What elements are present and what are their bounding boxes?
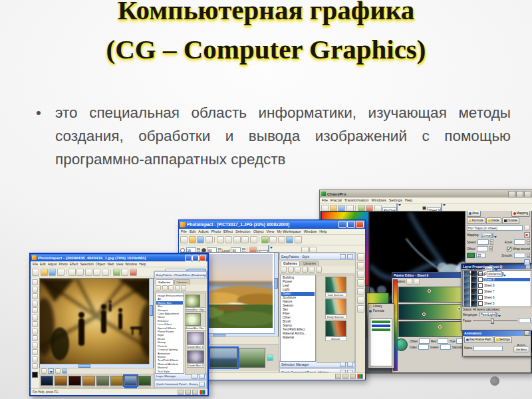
menu-item[interactable]: Window bbox=[304, 229, 317, 233]
redo-icon[interactable] bbox=[102, 269, 109, 276]
index-field[interactable] bbox=[418, 344, 429, 350]
tab-key-frame-path[interactable]: Key Frame Path bbox=[464, 336, 493, 343]
layer-row[interactable]: Sheet 5 bbox=[463, 301, 531, 307]
tab-libraries[interactable]: Libraries bbox=[174, 279, 191, 285]
trap-coloring-combobox[interactable]: distance bbox=[487, 272, 530, 276]
menu-item[interactable]: Selection bbox=[235, 229, 251, 233]
chaospro-title-bar[interactable]: ChaosPro bbox=[320, 190, 532, 198]
style-thumbnail[interactable]: Sunset bbox=[325, 321, 346, 341]
print-icon[interactable] bbox=[205, 236, 213, 243]
layer-manager-bar[interactable]: Layer Manager bbox=[156, 374, 176, 378]
open-icon[interactable] bbox=[41, 269, 48, 276]
folder-icon[interactable] bbox=[156, 285, 161, 291]
library-button[interactable]: Library bbox=[373, 305, 382, 308]
folder-icon[interactable] bbox=[281, 267, 287, 273]
layer-row[interactable]: Sheet 8 bbox=[463, 283, 531, 289]
tag-icon[interactable] bbox=[295, 267, 301, 273]
menu-item[interactable]: Windows bbox=[371, 198, 386, 202]
capture-icon[interactable] bbox=[121, 269, 128, 276]
filmstrip-thumbnail-selected[interactable] bbox=[209, 348, 237, 368]
duplicate-icon[interactable] bbox=[269, 236, 277, 243]
factor-field[interactable] bbox=[519, 318, 531, 323]
tab-formula[interactable]: Formula bbox=[467, 217, 485, 224]
style-thumbnail[interactable]: Late Sunrise bbox=[325, 277, 346, 297]
effect-thumbnail[interactable]: MotionBlur Obje... bbox=[185, 295, 206, 312]
panel-icon[interactable] bbox=[357, 279, 364, 287]
mergetype-combobox[interactable]: PassLight bbox=[479, 313, 510, 317]
effect-thumbnail[interactable]: Zoom Blur 1 bbox=[187, 332, 205, 349]
filmstrip-thumbnail[interactable] bbox=[55, 376, 67, 389]
zoom-tool-icon[interactable] bbox=[32, 356, 38, 362]
menu-item[interactable]: Web bbox=[107, 262, 114, 266]
help-icon[interactable] bbox=[524, 259, 530, 265]
panel-icon[interactable] bbox=[357, 297, 364, 304]
menu-item[interactable]: Photo bbox=[59, 262, 68, 266]
gradient-tool-icon[interactable] bbox=[406, 279, 412, 285]
minimize-button[interactable] bbox=[508, 191, 515, 198]
maximize-icon[interactable] bbox=[192, 374, 198, 379]
trap-formula-field[interactable]: Hot Traps (in sheet) bbox=[467, 225, 523, 231]
factor-slider[interactable] bbox=[473, 321, 517, 321]
filmstrip-thumbnail[interactable] bbox=[41, 376, 53, 389]
save-icon[interactable] bbox=[49, 269, 56, 276]
panel-icon[interactable] bbox=[357, 288, 364, 295]
maximize-button[interactable] bbox=[192, 255, 199, 261]
text-tool-icon[interactable] bbox=[32, 315, 38, 321]
search-icon[interactable] bbox=[175, 285, 180, 291]
paste-icon[interactable] bbox=[233, 236, 241, 243]
new-icon[interactable] bbox=[180, 236, 188, 243]
chevron-down-icon[interactable] bbox=[48, 368, 54, 374]
tag-icon[interactable] bbox=[168, 285, 174, 291]
maximize-icon[interactable] bbox=[199, 382, 205, 387]
layer-row[interactable]: Sheet 6 bbox=[463, 295, 531, 301]
search-icon[interactable] bbox=[309, 267, 315, 273]
tab-libraries[interactable]: Libraries bbox=[301, 261, 319, 266]
cut-icon[interactable] bbox=[68, 269, 76, 276]
print-icon[interactable] bbox=[57, 269, 65, 276]
browse-icon[interactable] bbox=[113, 269, 120, 276]
green-field[interactable] bbox=[440, 344, 451, 350]
filmstrip-thumbnail[interactable] bbox=[239, 348, 265, 368]
menu-item[interactable]: View bbox=[116, 262, 124, 266]
selection-manager-bar[interactable]: Selection Manager bbox=[281, 362, 309, 366]
speed-field[interactable] bbox=[477, 239, 489, 245]
offset-field[interactable] bbox=[477, 246, 488, 251]
menu-item[interactable]: Selection bbox=[80, 262, 94, 266]
color-mode-icon[interactable] bbox=[200, 390, 205, 395]
eraser-tool-icon[interactable] bbox=[32, 335, 38, 341]
copy-icon[interactable] bbox=[76, 269, 84, 276]
sort-icon[interactable] bbox=[55, 368, 61, 374]
status-icon[interactable] bbox=[335, 374, 341, 379]
panel-icon[interactable] bbox=[357, 305, 364, 313]
browse-icon[interactable] bbox=[261, 236, 269, 243]
fill-tool-icon[interactable] bbox=[32, 342, 38, 348]
panel-icon[interactable] bbox=[357, 253, 364, 261]
copy-icon[interactable] bbox=[181, 285, 186, 291]
gradient-tool-icon[interactable] bbox=[32, 349, 38, 355]
menu-item[interactable]: Object bbox=[253, 229, 264, 233]
trap-shape-combobox[interactable]: Any bbox=[485, 267, 530, 271]
maximize-icon[interactable] bbox=[340, 362, 346, 367]
menu-item[interactable]: Help bbox=[319, 229, 327, 233]
wrap-around-checkbox[interactable] bbox=[507, 247, 511, 251]
menu-item[interactable]: File bbox=[33, 262, 38, 266]
magic-wand-icon[interactable] bbox=[32, 301, 38, 307]
menu-item[interactable]: Help bbox=[405, 198, 412, 202]
close-button[interactable] bbox=[200, 255, 206, 261]
menu-item[interactable]: Transformation bbox=[344, 198, 369, 202]
view-icon[interactable] bbox=[162, 285, 168, 291]
crop-tool-icon[interactable] bbox=[32, 307, 38, 313]
save-icon[interactable] bbox=[197, 236, 204, 243]
style-thumbnail[interactable]: Early Sunrise bbox=[325, 299, 346, 319]
menu-item[interactable]: Edit bbox=[40, 262, 46, 266]
lasso-tool-icon[interactable] bbox=[32, 293, 38, 299]
pin-icon[interactable] bbox=[340, 254, 346, 259]
panel-icon[interactable] bbox=[357, 262, 364, 269]
new-icon[interactable] bbox=[32, 269, 39, 276]
effect-thumbnail[interactable]: Zoom Blur 2 bbox=[187, 350, 205, 368]
status-icon[interactable] bbox=[185, 390, 191, 395]
filmstrip-thumbnail-selected[interactable] bbox=[124, 376, 137, 389]
close-button[interactable] bbox=[524, 191, 531, 198]
expand-icon[interactable] bbox=[267, 354, 273, 361]
close-icon[interactable] bbox=[347, 254, 353, 259]
